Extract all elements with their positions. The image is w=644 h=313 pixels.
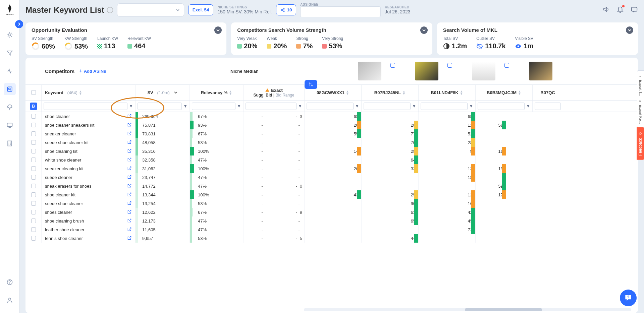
external-link-icon[interactable] <box>127 148 132 154</box>
export-tab[interactable]: ⇥Export T... ⇥Export Ke... <box>637 70 644 128</box>
scrollbar-thumb[interactable] <box>465 308 542 311</box>
feedback-tab[interactable]: Feedback☺ <box>637 127 644 160</box>
competitor-thumb[interactable] <box>341 62 398 80</box>
col-bid[interactable]: Exact Sugg. Bid | Bid Range <box>244 85 305 100</box>
thumb-checkbox[interactable] <box>447 63 452 68</box>
desktop-icon[interactable] <box>4 119 16 131</box>
office-icon[interactable] <box>4 137 16 149</box>
col-asin2[interactable]: B07RJ245NL▲▼ <box>362 85 419 100</box>
filter-icon[interactable] <box>4 47 16 59</box>
row-checkbox[interactable] <box>31 123 36 127</box>
external-link-icon[interactable] <box>127 131 132 137</box>
row-checkbox[interactable] <box>31 201 36 206</box>
filter-asin1[interactable] <box>307 103 354 110</box>
row-checkbox[interactable] <box>31 184 36 188</box>
insights-icon[interactable] <box>4 29 16 41</box>
row-checkbox[interactable] <box>31 210 36 214</box>
collapse-button[interactable] <box>420 26 428 34</box>
range-cell: - <box>281 164 305 173</box>
chat-icon[interactable] <box>631 6 638 14</box>
asin-cell: 28 <box>362 121 419 129</box>
external-link-icon[interactable] <box>127 122 132 128</box>
funnel-icon[interactable]: ▼ <box>355 104 359 109</box>
competitor-thumb[interactable] <box>398 62 455 80</box>
asin-cell: 59 <box>476 182 506 190</box>
activity-icon[interactable] <box>4 65 16 77</box>
row-checkbox[interactable] <box>31 175 36 180</box>
external-link-icon[interactable] <box>127 157 132 163</box>
share-button[interactable]: 10 <box>276 4 297 15</box>
filter-asin3[interactable] <box>421 103 468 110</box>
niche-select[interactable] <box>117 3 184 17</box>
filter-asin4[interactable] <box>478 103 525 110</box>
funnel-icon[interactable]: ▼ <box>469 104 473 109</box>
funnel-icon[interactable]: ▼ <box>183 104 187 109</box>
research-icon[interactable] <box>4 83 16 95</box>
external-link-icon[interactable] <box>127 227 132 233</box>
row-checkbox[interactable] <box>31 236 36 241</box>
excluded-button[interactable]: Excl. 54 <box>188 4 214 15</box>
row-checkbox[interactable] <box>31 166 36 171</box>
brand-badge[interactable]: B <box>30 103 37 110</box>
row-checkbox[interactable] <box>31 140 36 145</box>
swatch-icon <box>322 44 327 49</box>
account-icon[interactable] <box>4 294 16 306</box>
external-link-icon[interactable] <box>127 175 132 180</box>
external-link-icon[interactable] <box>127 218 132 224</box>
bell-icon[interactable] <box>616 6 624 14</box>
external-link-icon[interactable] <box>127 166 132 172</box>
sort-toggle[interactable] <box>305 80 317 89</box>
collapse-button[interactable] <box>214 26 222 34</box>
col-asin4[interactable]: B0B3MQJCJM▲▼ <box>476 85 533 100</box>
external-link-icon[interactable] <box>127 114 132 119</box>
funnel-icon[interactable]: ▼ <box>237 104 241 109</box>
competitor-thumb[interactable] <box>455 62 512 80</box>
row-checkbox[interactable] <box>31 131 36 136</box>
weak-val: 20% <box>273 42 287 50</box>
expand-sidebar-button[interactable] <box>15 20 23 28</box>
funnel-icon[interactable]: ▼ <box>412 104 416 109</box>
help-icon[interactable] <box>4 276 16 288</box>
add-asin-button[interactable]: +Add ASINs <box>79 68 106 74</box>
funnel-icon[interactable]: ▼ <box>129 104 133 109</box>
launch-icon[interactable] <box>4 101 16 113</box>
filter-asin2[interactable] <box>364 103 411 110</box>
range-cell: - <box>281 173 305 182</box>
row-checkbox[interactable] <box>31 227 36 232</box>
filter-keyword[interactable] <box>44 103 127 110</box>
row-checkbox[interactable] <box>31 114 36 119</box>
funnel-icon[interactable]: ▼ <box>298 104 302 109</box>
thumb-checkbox[interactable] <box>390 63 395 68</box>
col-keyword[interactable]: Keyword (464)▲▼ <box>42 85 136 100</box>
filter-relevancy[interactable] <box>192 103 235 110</box>
col-asin5[interactable]: B07QC <box>533 85 563 100</box>
col-sv[interactable]: SV (1.0m) <box>136 85 190 100</box>
external-link-icon[interactable] <box>127 192 132 198</box>
external-link-icon[interactable] <box>127 183 132 189</box>
collapse-button[interactable] <box>626 26 633 34</box>
asin-cell: 70 <box>362 138 419 147</box>
col-asin3[interactable]: B01LND4F8K▲▼ <box>419 85 476 100</box>
external-link-icon[interactable] <box>127 209 132 215</box>
assignee-input[interactable] <box>300 6 381 17</box>
thumb-checkbox[interactable] <box>504 63 509 68</box>
row-checkbox[interactable] <box>31 158 36 162</box>
external-link-icon[interactable] <box>127 201 132 206</box>
swatch-icon <box>296 44 301 49</box>
select-all-checkbox[interactable] <box>31 90 36 95</box>
announce-icon[interactable] <box>602 6 610 14</box>
col-relevancy[interactable]: Relevancy %▲▼ <box>190 85 244 100</box>
filter-bid[interactable] <box>246 103 297 110</box>
row-checkbox[interactable] <box>31 192 36 197</box>
filter-sv[interactable] <box>138 103 182 110</box>
competitor-thumb[interactable] <box>512 62 569 80</box>
external-link-icon[interactable] <box>127 140 132 145</box>
filter-asin5[interactable] <box>535 103 561 110</box>
info-icon[interactable]: i <box>107 7 113 13</box>
row-checkbox[interactable] <box>31 149 36 153</box>
help-fab[interactable]: ? <box>620 290 637 306</box>
row-checkbox[interactable] <box>31 218 36 223</box>
funnel-icon[interactable]: ▼ <box>526 104 530 109</box>
external-link-icon[interactable] <box>127 236 132 241</box>
horizontal-scrollbar[interactable] <box>304 308 631 311</box>
